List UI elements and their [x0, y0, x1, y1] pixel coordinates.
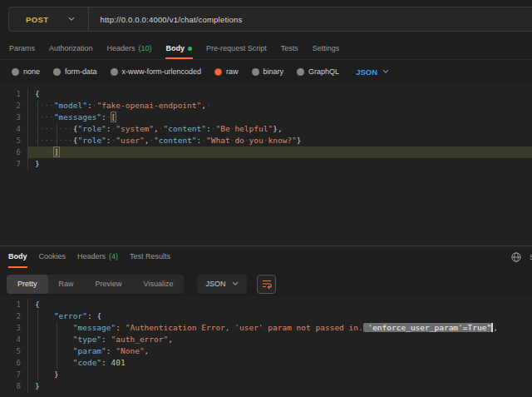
code-line[interactable]: 4 "type": "auth_error", [0, 334, 532, 345]
body-language-selector[interactable]: JSON [356, 67, 389, 77]
tab-params[interactable]: Params [8, 39, 36, 59]
unsaved-changes-dot [188, 47, 192, 51]
wrap-text-button[interactable] [257, 275, 276, 294]
view-mode-segmented-control: Pretty Raw Preview Visualize [7, 275, 184, 294]
indent-guide [57, 123, 57, 146]
radio-icon [214, 68, 222, 76]
code-line[interactable]: 1{ [0, 299, 532, 310]
line-number: 6 [0, 357, 28, 369]
code-line[interactable]: 5········{"role":·"user",·"content":·"Wh… [0, 135, 532, 146]
response-view-toolbar: Pretty Raw Preview Visualize JSON [0, 273, 532, 295]
response-headers-count: (4) [109, 252, 118, 261]
line-number: 7 [0, 158, 28, 170]
response-tab-body[interactable]: Body [8, 246, 27, 268]
method-label: POST [26, 15, 48, 24]
view-pretty-button[interactable]: Pretty [7, 275, 48, 294]
response-tab-headers[interactable]: Headers(4) [77, 246, 118, 268]
response-body-editor[interactable]: 1{2 "error": {3 "message": "Authenticati… [0, 296, 532, 397]
line-number: 2 [0, 310, 28, 322]
request-url-bar: POST http://0.0.0.0:4000/v1/chat/complet… [8, 7, 532, 32]
radio-none[interactable]: none [12, 67, 40, 76]
code-line[interactable]: 2····"model":·"fake-openai-endpoint",· [0, 100, 532, 112]
globe-icon[interactable] [510, 251, 522, 263]
line-number: 3 [0, 112, 28, 123]
radio-form-data[interactable]: form-data [53, 67, 97, 76]
code-line[interactable]: 6····] [0, 146, 532, 158]
radio-binary[interactable]: binary [252, 67, 284, 76]
request-tabs: Params Authorization Headers(10) Body Pr… [0, 39, 532, 60]
indent-guide [37, 100, 38, 158]
line-number: 4 [0, 334, 28, 345]
code-line[interactable]: 1{ [0, 88, 532, 100]
response-tab-test-results[interactable]: Test Results [130, 246, 170, 268]
line-number: 6 [0, 146, 28, 158]
view-visualize-button[interactable]: Visualize [133, 275, 185, 294]
radio-icon [297, 68, 304, 76]
line-number: 5 [0, 345, 28, 357]
code-line[interactable]: 5 "param": "None", [0, 345, 532, 357]
line-number: 1 [0, 299, 28, 310]
radio-icon [111, 68, 118, 76]
code-line[interactable]: 2 "error": { [0, 310, 532, 322]
radio-graphql[interactable]: GraphQL [297, 67, 339, 76]
request-body-editor[interactable]: 1{2····"model":·"fake-openai-endpoint",·… [0, 83, 532, 251]
chevron-down-icon [382, 69, 389, 74]
view-raw-button[interactable]: Raw [48, 275, 85, 294]
indent-guide [57, 322, 57, 369]
line-number: 1 [0, 88, 28, 100]
line-number: 2 [0, 100, 28, 112]
code-line[interactable]: 6 "code": 401 [0, 357, 532, 369]
response-language-selector[interactable]: JSON [197, 275, 247, 294]
line-number: 4 [0, 123, 28, 135]
code-line[interactable]: 7} [0, 158, 532, 170]
code-line[interactable]: 8} [0, 380, 532, 392]
response-tabs: Body Cookies Headers(4) Test Results S [0, 246, 532, 268]
method-selector[interactable]: POST [9, 7, 88, 31]
radio-raw[interactable]: raw [214, 67, 239, 76]
chevron-down-icon [232, 281, 239, 286]
code-line[interactable]: 3 "message": "Authentication Error, 'use… [0, 322, 532, 334]
line-number: 7 [0, 369, 28, 380]
tab-tests[interactable]: Tests [280, 39, 299, 59]
headers-count: (10) [139, 44, 152, 52]
line-number: 8 [0, 380, 28, 392]
code-line[interactable]: 3····"messages":·[ [0, 112, 532, 123]
chevron-down-icon [68, 17, 75, 22]
radio-icon [53, 68, 61, 76]
wrap-text-icon [261, 278, 273, 290]
tab-headers[interactable]: Headers(10) [106, 39, 153, 59]
indent-guide [37, 310, 38, 380]
tab-settings[interactable]: Settings [312, 39, 341, 59]
body-type-options: none form-data x-www-form-urlencoded raw… [0, 62, 532, 81]
tab-pre-request-script[interactable]: Pre-request Script [205, 39, 268, 59]
code-line[interactable]: 7 } [0, 369, 532, 380]
line-number: 5 [0, 135, 28, 146]
postman-window: POST http://0.0.0.0:4000/v1/chat/complet… [0, 0, 532, 397]
response-tab-cookies[interactable]: Cookies [39, 246, 66, 268]
tab-authorization[interactable]: Authorization [48, 39, 94, 59]
radio-x-www-form-urlencoded[interactable]: x-www-form-urlencoded [111, 67, 202, 76]
tab-body[interactable]: Body [165, 39, 194, 59]
radio-icon [252, 68, 259, 76]
code-line[interactable]: 4········{"role":·"system",·"content":·"… [0, 123, 532, 135]
view-preview-button[interactable]: Preview [85, 275, 133, 294]
radio-icon [12, 68, 19, 76]
url-input[interactable]: http://0.0.0.0:4000/v1/chat/completions [89, 15, 242, 24]
line-number: 3 [0, 322, 28, 334]
